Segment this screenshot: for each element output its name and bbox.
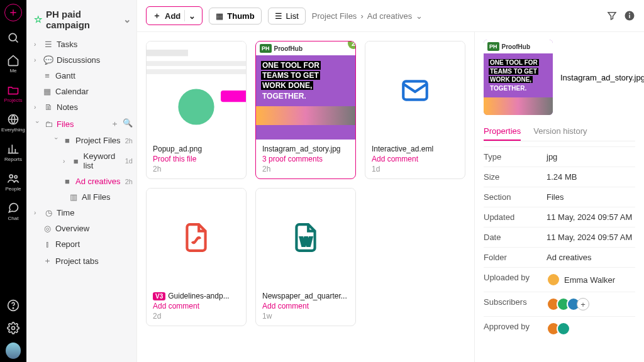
tree-report[interactable]: ⫿Report [31,236,134,252]
rail-reports-label: Reports [4,156,22,162]
file-card[interactable]: V3Guidelines-andp... Add comment 2d [146,188,247,326]
file-name: V3Guidelines-andp... [153,292,240,300]
svg-rect-8 [629,15,630,18]
file-action-link[interactable]: Add comment [153,302,240,310]
rail-search[interactable] [0,26,26,49]
tree-keyword-list[interactable]: ›■Keyword list1d [31,148,134,173]
file-grid: Popup_ad.png Proof this file 2h 2 PHProo… [137,32,474,362]
svg-point-0 [9,33,16,41]
prop-uploaded-by: Emma Walker [547,273,615,287]
chevron-down-icon: ⌄ [189,11,196,21]
rail-people[interactable]: People [0,167,26,197]
grid-icon: ▦ [216,11,223,21]
rail-chat[interactable]: Chat [0,197,26,226]
view-list-button[interactable]: ☰List [268,8,306,25]
info-icon[interactable] [624,10,635,21]
tree-discussions[interactable]: ›💬Discussions [31,52,134,68]
crumb-ad-creatives[interactable]: Ad creatives [367,11,413,21]
file-card[interactable]: 2 PHProofHub ONE TOOL FORTEAMS TO GETWOR… [255,41,356,179]
avatar [547,273,560,287]
preview-thumbnail: PHProofHub ONE TOOL FORTEAMS TO GETWORK … [484,40,553,115]
tree-tasks[interactable]: ›☰Tasks [31,36,134,52]
svg-point-2 [9,175,13,178]
mail-icon [365,41,465,140]
svg-point-3 [14,175,17,178]
tree-files[interactable]: ›🗀 Files ＋🔍 [31,115,134,133]
file-action-link[interactable]: 3 proof comments [262,155,349,163]
file-name: Newspaper_ad_quarter... [262,292,349,300]
tree-all-files[interactable]: ▥All Files [31,189,134,205]
view-thumb-button[interactable]: ▦Thumb [209,8,261,25]
add-button[interactable]: ＋Add⌄ [146,6,203,25]
tree-time[interactable]: ›◷Time [31,205,134,221]
help-button[interactable] [6,298,21,313]
rail-me-label: Me [9,68,16,74]
file-age: 2h [262,165,349,173]
tree-notes[interactable]: ›🗎Notes [31,99,134,115]
file-action-link[interactable]: Proof this file [153,155,240,163]
svg-point-5 [13,308,13,309]
quick-add-button[interactable] [4,4,22,21]
file-card[interactable]: W Newspaper_ad_quarter... Add comment 1w [255,188,356,326]
project-sidebar: ☆ PH paid campaign ⌄ ›☰Tasks ›💬Discussio… [26,0,137,362]
file-action-link[interactable]: Add comment [372,155,458,163]
tree-gantt[interactable]: ≡Gantt [31,68,134,84]
chevron-down-icon: ⌄ [416,11,423,21]
prop-approved-by [547,322,570,336]
rail-everything[interactable]: Everything [0,108,26,138]
filter-icon[interactable] [606,10,618,21]
file-name: Popup_ad.png [153,145,240,153]
file-age: 1d [372,165,458,173]
file-age: 2d [153,312,240,321]
tree-ad-creatives[interactable]: ■Ad creatives2h [31,173,134,189]
prop-section: Files [547,192,564,202]
avatar [557,322,570,336]
file-card[interactable]: Interactive_ad.eml Add comment 1d [365,41,465,179]
tab-version-history[interactable]: Version history [533,123,587,141]
rail-reports[interactable]: Reports [0,138,26,167]
list-icon: ☰ [275,11,282,21]
svg-point-9 [629,13,630,14]
svg-point-6 [12,327,15,330]
details-filename: Instagram_ad_story.jpg [560,73,644,82]
add-file-icon[interactable]: ＋ [111,118,119,129]
rail-chat-label: Chat [8,216,19,221]
main-area: ＋Add⌄ ▦Thumb ☰List Project Files › Ad cr… [137,0,644,362]
rail-projects-label: Projects [4,97,23,103]
file-name: Instagram_ad_story.jpg [262,145,349,153]
thumbnail-image [147,41,246,140]
file-name: Interactive_ad.eml [372,145,458,153]
chevron-down-icon: ⌄ [123,14,131,25]
pdf-icon [147,189,246,287]
details-panel: PHProofHub ONE TOOL FORTEAMS TO GETWORK … [474,32,644,362]
rail-people-label: People [6,186,21,192]
project-name: PH paid campaign [46,9,119,30]
tree-calendar[interactable]: ▦Calendar [31,84,134,99]
breadcrumb[interactable]: Project Files › Ad creatives ⌄ [312,11,423,21]
account-avatar[interactable] [6,343,21,358]
prop-date: 11 May, 2024 09:57 AM [547,233,632,242]
tree-project-files[interactable]: ›■Project Files2h [31,133,134,148]
crumb-project-files[interactable]: Project Files [312,11,357,21]
svg-text:W: W [301,235,312,248]
thumbnail-image: PHProofHub ONE TOOL FORTEAMS TO GETWORK … [256,41,355,140]
file-action-link[interactable]: Add comment [262,302,349,310]
prop-size: 1.24 MB [547,172,577,182]
rail-everything-label: Everything [1,127,25,133]
prop-folder: Ad creatives [547,253,592,262]
add-subscriber-button[interactable]: + [577,298,589,310]
settings-button[interactable] [6,321,21,336]
plus-icon: ＋ [153,10,161,21]
prop-updated: 11 May, 2024 09:57 AM [547,212,632,222]
tree-overview[interactable]: ◎Overview [31,221,134,236]
file-age: 1w [262,312,349,321]
word-icon: W [256,189,355,287]
file-card[interactable]: Popup_ad.png Proof this file 2h [146,41,247,179]
project-title-row[interactable]: ☆ PH paid campaign ⌄ [31,5,134,36]
file-age: 2h [153,165,240,173]
rail-me[interactable]: Me [0,49,26,79]
rail-projects[interactable]: Projects [0,79,26,108]
tab-properties[interactable]: Properties [484,123,521,141]
tree-project-tabs[interactable]: ＋Project tabs [31,252,134,270]
search-files-icon[interactable]: 🔍 [123,118,133,129]
